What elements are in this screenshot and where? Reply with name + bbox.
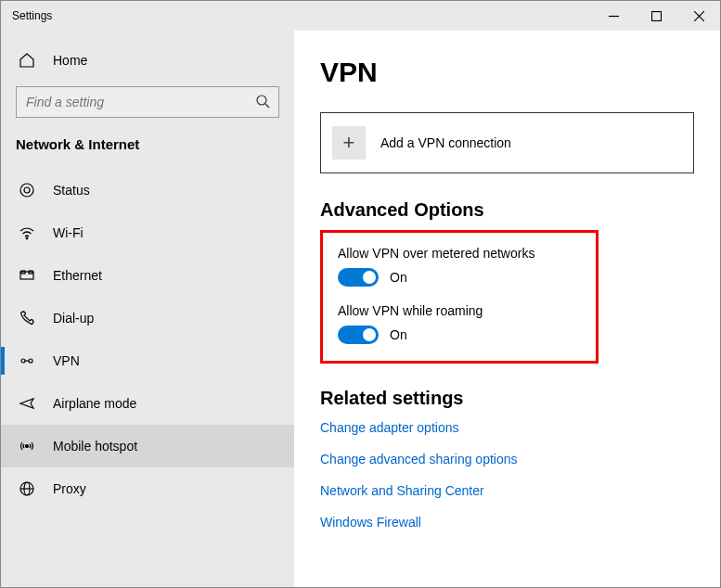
- search-wrap: [16, 86, 279, 118]
- page-title: VPN: [320, 57, 694, 88]
- related-heading: Related settings: [320, 388, 694, 409]
- sidebar-item-label: Dial-up: [53, 311, 94, 326]
- sidebar-item-label: VPN: [53, 353, 80, 368]
- sidebar-item-vpn[interactable]: VPN: [1, 339, 294, 382]
- add-vpn-label: Add a VPN connection: [380, 135, 511, 150]
- sidebar-item-proxy[interactable]: Proxy: [1, 467, 294, 510]
- home-icon: [18, 52, 36, 69]
- add-vpn-button[interactable]: + Add a VPN connection: [320, 112, 694, 173]
- svg-point-13: [29, 359, 32, 363]
- maximize-button[interactable]: [635, 1, 677, 31]
- metered-state: On: [390, 270, 407, 285]
- metered-toggle[interactable]: [338, 268, 379, 287]
- sidebar-item-label: Airplane mode: [53, 396, 136, 411]
- sidebar-home[interactable]: Home: [1, 40, 294, 81]
- svg-rect-1: [651, 11, 661, 20]
- related-links: Change adapter options Change advanced s…: [320, 420, 694, 530]
- sidebar-item-label: Ethernet: [53, 268, 102, 283]
- svg-point-15: [26, 445, 29, 448]
- ethernet-icon: [18, 267, 36, 284]
- content-pane: VPN + Add a VPN connection Advanced Opti…: [294, 31, 720, 587]
- sidebar-item-label: Status: [53, 183, 90, 198]
- status-icon: [18, 182, 36, 198]
- sidebar-item-label: Mobile hotspot: [53, 439, 137, 454]
- metered-label: Allow VPN over metered networks: [338, 246, 581, 261]
- vpn-icon: [18, 352, 36, 369]
- svg-line-5: [265, 104, 269, 108]
- advanced-heading: Advanced Options: [320, 199, 694, 221]
- svg-point-8: [26, 237, 28, 239]
- proxy-icon: [18, 480, 36, 497]
- sidebar-item-label: Wi-Fi: [53, 225, 84, 240]
- link-windows-firewall[interactable]: Windows Firewall: [320, 515, 694, 530]
- window-title: Settings: [1, 9, 52, 22]
- advanced-options-highlight: Allow VPN over metered networks On Allow…: [320, 230, 599, 364]
- close-button[interactable]: [677, 1, 720, 31]
- sidebar-nav: Status Wi-Fi Ethernet Dial-up VPN Airpla…: [1, 169, 294, 510]
- svg-rect-9: [20, 272, 33, 279]
- sidebar-item-status[interactable]: Status: [1, 169, 294, 211]
- sidebar-item-label: Proxy: [53, 481, 86, 496]
- minimize-button[interactable]: [592, 1, 635, 31]
- search-input[interactable]: [16, 86, 279, 118]
- sidebar-item-wifi[interactable]: Wi-Fi: [1, 211, 294, 254]
- svg-point-7: [24, 187, 30, 193]
- svg-point-4: [257, 96, 266, 105]
- link-advanced-sharing[interactable]: Change advanced sharing options: [320, 452, 694, 467]
- home-label: Home: [53, 53, 87, 68]
- sidebar-item-airplane[interactable]: Airplane mode: [1, 382, 294, 425]
- plus-icon: +: [332, 126, 366, 160]
- sidebar-item-dialup[interactable]: Dial-up: [1, 297, 294, 339]
- sidebar: Home Network & Internet Status Wi-Fi Eth…: [1, 31, 294, 587]
- sidebar-item-hotspot[interactable]: Mobile hotspot: [1, 425, 294, 467]
- svg-point-6: [20, 184, 33, 197]
- link-network-sharing-center[interactable]: Network and Sharing Center: [320, 483, 694, 498]
- roaming-label: Allow VPN while roaming: [338, 303, 581, 318]
- hotspot-icon: [18, 438, 36, 454]
- link-adapter-options[interactable]: Change adapter options: [320, 420, 694, 435]
- airplane-icon: [18, 395, 36, 412]
- roaming-state: On: [390, 327, 407, 342]
- sidebar-item-ethernet[interactable]: Ethernet: [1, 254, 294, 297]
- sidebar-section-heading: Network & Internet: [1, 131, 294, 169]
- search-icon: [255, 94, 270, 112]
- roaming-toggle[interactable]: [338, 326, 379, 344]
- wifi-icon: [18, 224, 36, 241]
- svg-point-12: [21, 359, 25, 363]
- titlebar: Settings: [1, 1, 720, 31]
- dialup-icon: [18, 310, 36, 326]
